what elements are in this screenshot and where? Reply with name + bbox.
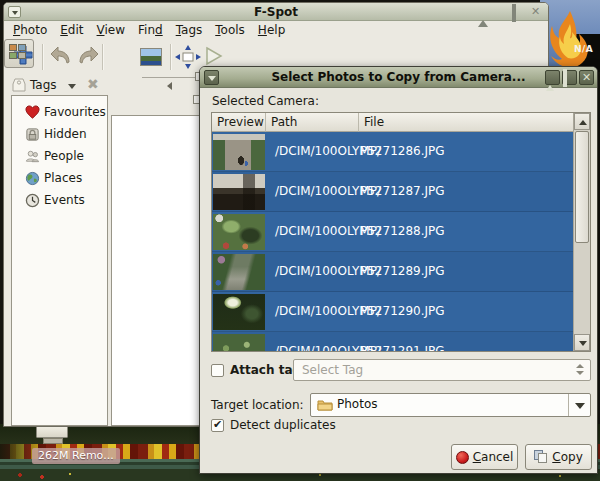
column-header-file[interactable]: File bbox=[359, 113, 574, 132]
select-tag-value: Select Tag bbox=[302, 363, 363, 377]
photo-thumbnail bbox=[213, 334, 265, 351]
scrollbar-thumb[interactable] bbox=[575, 131, 589, 243]
arrow-up-icon bbox=[579, 120, 587, 125]
clock-icon bbox=[25, 193, 40, 208]
timeline-slider-track[interactable] bbox=[142, 77, 195, 78]
selected-camera-label: Selected Camera: bbox=[212, 94, 319, 108]
maximize-button[interactable] bbox=[512, 6, 525, 18]
path-cell: /DCIM/100OLYMP/ bbox=[265, 332, 358, 351]
monitor-na-text: N/A bbox=[574, 44, 593, 54]
menu-edit[interactable]: Edit bbox=[60, 23, 83, 37]
photo-thumbnail bbox=[213, 294, 265, 330]
table-row[interactable]: /DCIM/100OLYMP/ P5271286.JPG bbox=[212, 132, 574, 172]
table-body: /DCIM/100OLYMP/ P5271286.JPG /DCIM/100OL… bbox=[212, 132, 574, 351]
menu-bar: Photo Edit View Find Tags Tools Help bbox=[4, 21, 548, 39]
cancel-button[interactable]: Cancel bbox=[451, 444, 518, 470]
tag-label: Events bbox=[44, 193, 85, 207]
dropdown-button[interactable] bbox=[568, 394, 590, 416]
tag-item-places[interactable]: Places bbox=[12, 168, 107, 190]
lock-icon bbox=[25, 127, 40, 142]
target-location-combobox[interactable]: Photos bbox=[310, 393, 591, 417]
scroll-up-button[interactable] bbox=[574, 113, 590, 130]
table-row[interactable]: /DCIM/100OLYMP/ P5271289.JPG bbox=[212, 252, 574, 292]
close-button[interactable]: ✕ bbox=[579, 70, 594, 85]
target-location-value: Photos bbox=[337, 397, 377, 411]
shade-icon bbox=[546, 71, 554, 91]
tag-item-people[interactable]: People bbox=[12, 146, 107, 168]
chevron-down-icon bbox=[575, 403, 585, 409]
edit-image-button[interactable] bbox=[140, 45, 164, 69]
table-row[interactable]: /DCIM/100OLYMP/ P5271290.JPG bbox=[212, 292, 574, 332]
maximize-icon bbox=[512, 4, 516, 22]
menu-view[interactable]: View bbox=[97, 23, 126, 37]
maximize-icon bbox=[563, 69, 567, 87]
fspot-window-title: F-Spot bbox=[4, 5, 548, 19]
table-row[interactable]: /DCIM/100OLYMP/ P5271291.JPG bbox=[212, 332, 574, 351]
copy-icon bbox=[534, 450, 548, 464]
spinner-arrows-icon[interactable] bbox=[576, 364, 584, 375]
detect-duplicates-checkbox[interactable] bbox=[211, 419, 224, 432]
file-cell: P5271288.JPG bbox=[358, 212, 445, 251]
fullscreen-button[interactable] bbox=[175, 45, 201, 69]
delete-tag-icon[interactable]: ✖ bbox=[87, 76, 99, 92]
timeline-left-arrow[interactable] bbox=[167, 82, 172, 90]
tag-item-hidden[interactable]: Hidden bbox=[12, 124, 107, 146]
attach-tag-checkbox[interactable] bbox=[211, 364, 224, 377]
arrow-down-icon bbox=[579, 341, 587, 346]
tag-icon bbox=[12, 78, 26, 93]
column-header-preview[interactable]: Preview bbox=[212, 113, 266, 132]
table-row[interactable]: /DCIM/100OLYMP/ P5271288.JPG bbox=[212, 212, 574, 252]
tag-item-favourites[interactable]: Favourites bbox=[12, 102, 107, 124]
scroll-down-button[interactable] bbox=[574, 334, 590, 351]
removable-volume-label[interactable]: 262M Remo... bbox=[32, 448, 120, 464]
tag-label: Hidden bbox=[44, 127, 87, 141]
browse-grid-icon bbox=[9, 44, 27, 61]
cancel-stop-icon bbox=[456, 451, 469, 464]
tag-label: Places bbox=[44, 171, 82, 185]
tag-label: Favourites bbox=[44, 105, 106, 119]
slideshow-play-button[interactable] bbox=[205, 46, 223, 66]
photo-icon bbox=[140, 48, 162, 66]
column-header-path[interactable]: Path bbox=[266, 113, 359, 132]
toolbar-separator bbox=[42, 44, 43, 70]
desktop: N/A 262M Remo... F-Spot ✕ Photo Edit Vie… bbox=[0, 0, 600, 481]
toolbar-separator bbox=[102, 44, 103, 70]
tags-dropdown-icon[interactable] bbox=[68, 84, 76, 89]
globe-icon bbox=[25, 171, 40, 186]
menu-tags[interactable]: Tags bbox=[176, 23, 203, 37]
file-cell: P5271291.JPG bbox=[358, 332, 445, 351]
photo-thumbnail bbox=[213, 174, 265, 210]
tags-header: Tags ✖ bbox=[4, 76, 114, 95]
menu-help[interactable]: Help bbox=[258, 23, 285, 37]
copy-button-label: Copy bbox=[552, 450, 582, 464]
cancel-button-label: Cancel bbox=[473, 450, 514, 464]
detect-duplicates-label[interactable]: Detect duplicates bbox=[230, 418, 336, 432]
target-location-label: Target location: bbox=[211, 398, 304, 412]
select-tag-combobox[interactable]: Select Tag bbox=[293, 359, 591, 381]
photo-thumbnail bbox=[213, 254, 265, 290]
tags-pane-label: Tags bbox=[30, 78, 57, 92]
forward-button[interactable] bbox=[76, 44, 100, 66]
menu-find[interactable]: Find bbox=[138, 23, 163, 37]
menu-photo[interactable]: Photo bbox=[13, 23, 47, 37]
shade-button[interactable] bbox=[545, 70, 560, 85]
vertical-scrollbar[interactable] bbox=[573, 113, 590, 351]
shade-button[interactable] bbox=[478, 6, 491, 18]
copy-button[interactable]: Copy bbox=[525, 444, 592, 470]
dialog-titlebar[interactable]: Select Photos to Copy from Camera... ✕ bbox=[200, 67, 597, 88]
minimize-button[interactable] bbox=[495, 6, 508, 18]
menu-tools[interactable]: Tools bbox=[215, 23, 245, 37]
tag-item-events[interactable]: Events bbox=[12, 190, 107, 212]
close-button[interactable]: ✕ bbox=[529, 6, 542, 18]
table-row[interactable]: /DCIM/100OLYMP/ P5271287.JPG bbox=[212, 172, 574, 212]
photo-table: Preview Path File /DCIM/100OLYMP/ P52712… bbox=[211, 112, 591, 352]
maximize-button[interactable] bbox=[562, 70, 577, 85]
toolbar-separator bbox=[170, 44, 171, 70]
folder-icon bbox=[317, 399, 333, 411]
fspot-titlebar[interactable]: F-Spot ✕ bbox=[4, 3, 548, 21]
back-button[interactable] bbox=[49, 44, 73, 66]
table-header: Preview Path File bbox=[212, 113, 574, 132]
file-cell: P5271290.JPG bbox=[358, 292, 445, 331]
photo-thumbnail bbox=[213, 214, 265, 250]
path-cell: /DCIM/100OLYMP/ bbox=[265, 292, 358, 331]
